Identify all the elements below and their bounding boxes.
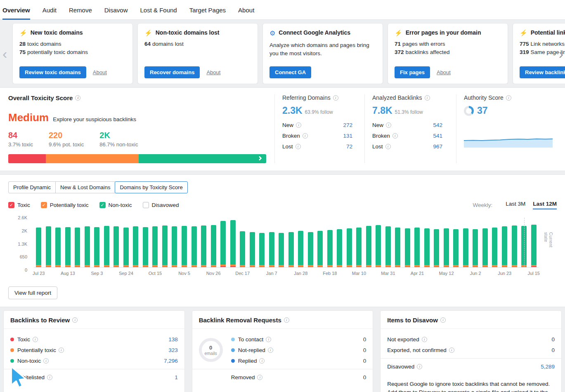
info-icon[interactable]: i xyxy=(59,347,64,353)
stat-count-link[interactable]: 131 xyxy=(343,133,352,139)
chart-bar[interactable] xyxy=(199,220,209,267)
checkbox-checked-icon[interactable]: ✓ xyxy=(8,202,14,208)
tab-target-pages[interactable]: Target Pages xyxy=(189,0,226,20)
info-icon[interactable]: i xyxy=(268,347,273,353)
stat-count-link[interactable]: 542 xyxy=(433,122,442,128)
chart-bar[interactable] xyxy=(305,220,315,267)
chart-bar[interactable] xyxy=(53,220,63,267)
chart-bar[interactable] xyxy=(529,220,539,267)
tab-remove[interactable]: Remove xyxy=(69,0,92,20)
chart-bar[interactable] xyxy=(412,220,422,267)
chart-bar[interactable] xyxy=(509,220,519,267)
chart-bar[interactable] xyxy=(189,220,199,267)
chart-bar[interactable] xyxy=(277,220,286,267)
chart-bar[interactable] xyxy=(500,220,510,267)
chart-bar[interactable] xyxy=(383,220,393,267)
info-icon[interactable]: i xyxy=(449,347,454,353)
count-link[interactable]: 323 xyxy=(168,347,178,353)
info-icon[interactable]: i xyxy=(257,375,262,380)
checkbox-unchecked-icon[interactable] xyxy=(143,202,149,208)
chart-bar[interactable] xyxy=(315,220,325,267)
count-link[interactable]: 7,296 xyxy=(164,358,178,364)
info-icon[interactable]: i xyxy=(303,133,308,138)
chart-bar[interactable] xyxy=(83,220,92,267)
info-icon[interactable]: i xyxy=(75,95,80,101)
chart-bar[interactable] xyxy=(422,220,432,267)
chart-bar[interactable] xyxy=(490,220,500,267)
chart-bar[interactable] xyxy=(208,220,218,267)
chart-bar[interactable] xyxy=(257,220,267,267)
chart-bar[interactable] xyxy=(34,220,44,267)
chart-bar[interactable] xyxy=(432,220,442,267)
fix-pages-button[interactable]: Fix pages xyxy=(395,66,430,78)
disavowed-count-link[interactable]: 5,289 xyxy=(541,364,555,370)
chart-bar[interactable] xyxy=(480,220,490,267)
info-icon[interactable]: i xyxy=(284,317,289,323)
legend-disavowed[interactable]: Disavowed xyxy=(143,202,179,208)
tab-disavow[interactable]: Disavow xyxy=(104,0,128,20)
chart-bar[interactable] xyxy=(364,220,374,267)
chart-tab-domains-by-toxicity-score[interactable]: Domains by Toxicity Score xyxy=(115,181,187,193)
stat-count-link[interactable]: 541 xyxy=(433,133,442,139)
info-icon[interactable]: i xyxy=(386,122,391,128)
chart-bar[interactable] xyxy=(296,220,306,267)
info-icon[interactable]: i xyxy=(296,144,301,149)
chart-bar[interactable] xyxy=(44,220,54,267)
legend-non-toxic[interactable]: ✓Non-toxic xyxy=(99,202,132,208)
tab-lost-found[interactable]: Lost & Found xyxy=(140,0,177,20)
view-full-report-button[interactable]: View full report xyxy=(8,286,57,299)
stat-count-link[interactable]: 272 xyxy=(343,122,352,128)
chart-bar[interactable] xyxy=(131,220,141,267)
chart-bar[interactable] xyxy=(442,220,452,267)
about-link[interactable]: About xyxy=(93,69,107,75)
info-icon[interactable]: i xyxy=(72,317,78,323)
info-icon[interactable]: i xyxy=(422,337,427,342)
chart-bar[interactable] xyxy=(102,220,112,267)
checkbox-checked-icon[interactable]: ✓ xyxy=(99,202,106,208)
info-icon[interactable]: i xyxy=(385,144,391,149)
chart-bar[interactable] xyxy=(393,220,403,267)
info-icon[interactable]: i xyxy=(425,95,430,101)
info-icon[interactable]: i xyxy=(417,364,422,369)
connect-ga-button[interactable]: Connect GA xyxy=(269,66,311,78)
chart-bar[interactable] xyxy=(228,220,238,267)
info-icon[interactable]: i xyxy=(440,317,446,323)
chart-bar[interactable] xyxy=(121,220,131,267)
info-icon[interactable]: i xyxy=(259,358,265,364)
chart-bar[interactable] xyxy=(180,220,189,267)
chart-bar[interactable] xyxy=(286,220,296,267)
info-icon[interactable]: i xyxy=(296,122,301,128)
chart-bar[interactable] xyxy=(73,220,83,267)
stat-count-link[interactable]: 72 xyxy=(346,143,352,150)
count-link[interactable]: 138 xyxy=(168,336,178,343)
chart-bar[interactable] xyxy=(325,220,335,267)
stat-count-link[interactable]: 967 xyxy=(433,143,442,150)
chart-bar[interactable] xyxy=(470,220,480,267)
about-link[interactable]: About xyxy=(206,69,220,75)
chart-bar[interactable] xyxy=(451,220,461,267)
range-last-12m[interactable]: Last 12M xyxy=(533,201,557,209)
about-link[interactable]: About xyxy=(437,69,451,75)
chart-bar[interactable] xyxy=(160,220,170,267)
legend-toxic[interactable]: ✓Toxic xyxy=(8,202,30,208)
range-last-3m[interactable]: Last 3M xyxy=(506,201,525,209)
review-toxic-domains-button[interactable]: Review toxic domains xyxy=(19,66,86,78)
chart-bar[interactable] xyxy=(150,220,160,267)
checkbox-checked-icon[interactable]: ✓ xyxy=(41,202,47,208)
info-icon[interactable]: i xyxy=(47,375,52,380)
info-icon[interactable]: i xyxy=(506,95,511,101)
review-backlinks-button[interactable]: Review backlinks xyxy=(520,66,565,78)
chart-tab-profile-dynamic[interactable]: Profile Dynamic xyxy=(8,181,56,193)
chart-bar[interactable] xyxy=(92,220,102,267)
chart-bar[interactable] xyxy=(354,220,364,267)
chart-bar[interactable] xyxy=(238,220,248,267)
chart-bar[interactable] xyxy=(403,220,413,267)
chart-bar[interactable] xyxy=(63,220,73,267)
chart-bar[interactable] xyxy=(141,220,151,267)
legend-potentially-toxic[interactable]: ✓Potentially toxic xyxy=(41,202,89,208)
carousel-next-icon[interactable]: › xyxy=(559,47,563,61)
chart-bar[interactable] xyxy=(345,220,355,267)
chart-bar[interactable] xyxy=(374,220,383,267)
chart-bar[interactable] xyxy=(218,220,228,267)
carousel-prev-icon[interactable]: ‹ xyxy=(2,47,7,61)
